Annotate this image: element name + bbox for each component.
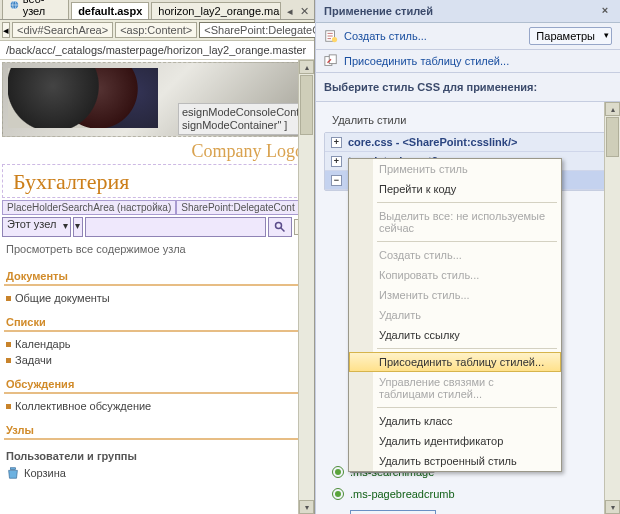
header-banner-image: esignModeConsoleContainer signModeContai… [2, 62, 312, 137]
globe-icon [9, 0, 20, 11]
search-go-button[interactable] [268, 217, 292, 237]
breadcrumb-prev[interactable]: ◂ [2, 22, 10, 38]
context-menu-item[interactable]: Перейти к коду [349, 179, 561, 199]
nav-item-shared-docs[interactable]: Общие документы [0, 290, 314, 306]
expander-icon[interactable]: + [331, 137, 342, 148]
svg-point-4 [276, 223, 282, 229]
panel-toolbar: Создать стиль... Параметры [316, 23, 620, 50]
radio-icon [332, 488, 344, 500]
nav-item-calendar[interactable]: Календарь [0, 336, 314, 352]
panel-title: Применение стилей [324, 5, 433, 17]
panel-toolbar-2: Присоединить таблицу стилей... [316, 50, 620, 73]
context-menu-item: Изменить стиль... [349, 285, 561, 305]
radio-icon [332, 466, 344, 478]
selector-pagebreadcrumb[interactable]: .ms-pagebreadcrumb [330, 483, 606, 505]
svg-point-8 [332, 37, 337, 42]
context-menu-item[interactable]: Удалить идентификатор [349, 431, 561, 451]
context-menu-item: Создать стиль... [349, 245, 561, 265]
nav-item-tasks[interactable]: Задачи [0, 352, 314, 368]
context-menu-item: Копировать стиль... [349, 265, 561, 285]
placeholder-search-area[interactable]: PlaceHolderSearchArea (настройка) [2, 200, 176, 215]
placeholder-delegate-control[interactable]: SharePoint:DelegateCont [176, 200, 312, 215]
svg-rect-6 [10, 468, 15, 470]
context-menu-item: Применить стиль [349, 159, 561, 179]
context-menu-item[interactable]: Удалить класс [349, 411, 561, 431]
document-tabs: веб-узел default.aspx horizon_lay2_orang… [0, 0, 314, 20]
nav-item-team-discussion[interactable]: Коллективное обсуждение [0, 398, 314, 414]
panel-close-button[interactable]: × [598, 4, 612, 18]
svg-line-5 [281, 228, 285, 232]
users-and-groups-link[interactable]: Пользователи и группы [0, 444, 314, 464]
context-menu-item: Управление связями с таблицами стилей... [349, 372, 561, 404]
recycle-bin-icon [6, 466, 20, 480]
designer-scrollbar[interactable]: ▴ ▾ [298, 60, 314, 514]
breadcrumb-bar: ◂ <div#SearchArea> <asp:Content> <ShareP… [0, 20, 314, 41]
view-all-content-link[interactable]: Просмотреть все содержимое узла [0, 239, 314, 260]
attach-stylesheet-link[interactable]: Присоединить таблицу стилей... [344, 55, 509, 67]
panel-title-bar: Применение стилей × [316, 0, 620, 23]
context-menu-item[interactable]: Удалить ссылку [349, 325, 561, 345]
search-scope-dropdown-arrow[interactable] [73, 217, 83, 237]
context-menu-item: Удалить [349, 305, 561, 325]
context-menu-item: Выделить все: не используемые сейчас [349, 206, 561, 238]
create-style-link[interactable]: Создать стиль... [344, 30, 427, 42]
file-path: /back/acc/_catalogs/masterpage/horizon_l… [0, 41, 314, 60]
tab-master[interactable]: horizon_lay2_orange.master [151, 2, 281, 19]
attach-stylesheet-icon [324, 54, 338, 68]
css-file-core[interactable]: + core.css - <SharePoint:csslink/> [325, 133, 611, 152]
design-surface: esignModeConsoleContainer signModeContai… [0, 60, 314, 514]
company-logo-text: Company Logo [0, 139, 314, 164]
sidebar-nav: Документы Общие документы Списки Календа… [0, 260, 314, 482]
tab-label: default.aspx [78, 5, 142, 17]
tab-label: horizon_lay2_orange.master [158, 5, 281, 17]
design-mode-label: esignModeConsoleContainer signModeContai… [178, 103, 314, 135]
selector-searchbox[interactable]: .ms-searchbox [330, 505, 606, 514]
tab-website[interactable]: веб-узел [2, 0, 69, 19]
context-menu-item[interactable]: Удалить встроенный стиль [349, 451, 561, 471]
nav-group-lists: Списки [0, 306, 314, 330]
clear-styles-link[interactable]: Удалить стили [324, 108, 612, 132]
nav-group-sites: Узлы [0, 414, 314, 438]
context-menu-item[interactable]: Присоединить таблицу стилей... [349, 352, 561, 372]
search-input[interactable] [85, 217, 266, 237]
breadcrumb-seg-2[interactable]: <asp:Content> [115, 22, 197, 38]
tab-scroll-left[interactable]: ◂ [283, 3, 297, 19]
choose-style-label: Выберите стиль CSS для применения: [316, 73, 620, 102]
breadcrumb-seg-1[interactable]: <div#SearchArea> [12, 22, 113, 38]
panel-scrollbar[interactable]: ▴ ▾ [604, 102, 620, 514]
expander-icon[interactable]: − [331, 175, 342, 186]
search-scope-dropdown[interactable]: Этот узел [2, 217, 71, 237]
tab-default-aspx[interactable]: default.aspx [71, 2, 149, 19]
new-style-icon [324, 29, 338, 43]
nav-group-documents: Документы [0, 260, 314, 284]
magnifier-icon [274, 221, 286, 233]
nav-group-discussions: Обсуждения [0, 368, 314, 392]
page-title: Бухгалтерия [2, 164, 312, 198]
tab-close[interactable]: ✕ [298, 3, 312, 19]
expander-icon[interactable]: + [331, 156, 342, 167]
recycle-bin-link[interactable]: Корзина [0, 464, 314, 482]
options-button[interactable]: Параметры [529, 27, 612, 45]
context-menu: Применить стильПерейти к кодуВыделить вс… [348, 158, 562, 472]
tab-label: веб-узел [23, 0, 62, 17]
